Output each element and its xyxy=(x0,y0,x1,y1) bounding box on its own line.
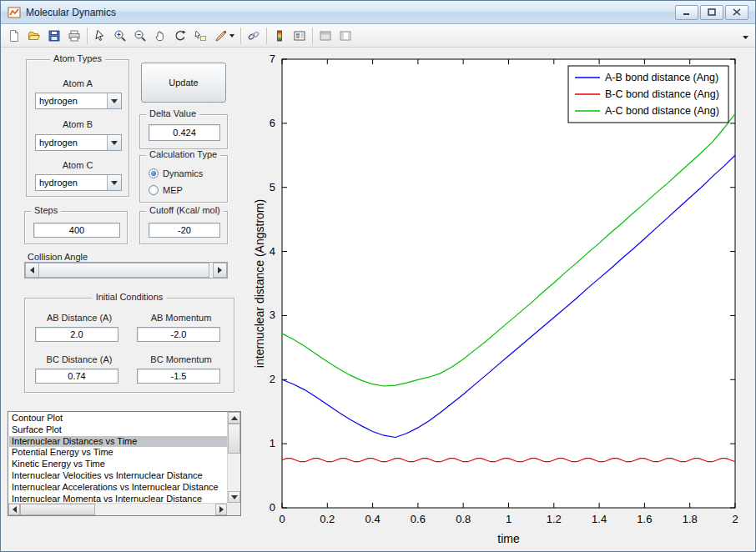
atom-c-dropdown[interactable]: hydrogen xyxy=(35,174,122,191)
y-tick-label: 7 xyxy=(270,53,275,65)
zoom-in-button[interactable] xyxy=(110,26,130,46)
toolbar-separator xyxy=(266,28,267,44)
atom-b-label: Atom B xyxy=(27,119,129,129)
insert-legend-icon xyxy=(293,29,306,43)
radio-dynamics-label: Dynamics xyxy=(163,168,203,178)
close-button[interactable] xyxy=(725,5,748,20)
link-plot-button[interactable] xyxy=(244,26,264,46)
pan-button[interactable] xyxy=(150,26,170,46)
scroll-up-button[interactable] xyxy=(228,412,240,424)
bc-momentum-label: BC Momentum xyxy=(132,354,230,364)
list-item[interactable]: Contour Plot xyxy=(9,413,227,424)
list-item[interactable]: Internuclear Accelerations vs Internucle… xyxy=(9,482,227,494)
vertical-scroll-thumb[interactable] xyxy=(228,424,240,454)
insert-colorbar-button[interactable] xyxy=(270,26,290,46)
x-tick-label: 2 xyxy=(732,513,738,525)
update-button[interactable]: Update xyxy=(141,63,226,103)
save-figure-button[interactable] xyxy=(44,26,64,46)
brush-button[interactable] xyxy=(210,26,238,46)
plot-canvas: 00.20.40.60.811.21.41.61.8201234567timei… xyxy=(243,48,756,552)
list-item[interactable]: Surface Plot xyxy=(9,424,227,436)
atom-c-dropdown-button[interactable] xyxy=(107,175,121,190)
list-item[interactable]: Internuclear Distances vs Time xyxy=(9,436,227,448)
y-tick-label: 2 xyxy=(270,373,275,385)
list-item[interactable]: Potential Energy vs Time xyxy=(9,447,227,459)
y-tick-label: 5 xyxy=(270,181,275,193)
minimize-button[interactable] xyxy=(675,5,698,20)
plot-type-listbox: Contour PlotSurface PlotInternuclear Dis… xyxy=(8,411,241,516)
slider-right-button[interactable] xyxy=(213,263,227,278)
listbox-horizontal-scrollbar[interactable] xyxy=(8,503,227,515)
ab-momentum-label: AB Momentum xyxy=(132,313,230,323)
brush-dropdown-icon[interactable] xyxy=(229,34,234,38)
atom-b-dropdown[interactable]: hydrogen xyxy=(35,134,122,151)
ab-momentum-input[interactable] xyxy=(137,327,220,342)
legend-entry-label: A-B bond distance (Ang) xyxy=(605,72,718,83)
atom-c-label: Atom C xyxy=(27,160,129,170)
scroll-right-button[interactable] xyxy=(215,504,227,515)
window-title: Molecular Dynamics xyxy=(26,7,673,18)
x-axis-label: time xyxy=(497,532,520,545)
new-figure-button[interactable] xyxy=(4,26,24,46)
x-tick-label: 0.2 xyxy=(320,513,335,525)
atom-b-dropdown-button[interactable] xyxy=(107,135,121,150)
maximize-button[interactable] xyxy=(700,5,723,20)
print-figure-button[interactable] xyxy=(64,26,84,46)
new-figure-icon xyxy=(8,29,21,43)
delta-value-title: Delta Value xyxy=(146,108,199,118)
ab-distance-input[interactable] xyxy=(35,327,118,342)
listbox-vertical-scrollbar[interactable] xyxy=(227,412,240,503)
initial-conditions-title: Initial Conditions xyxy=(93,292,167,302)
x-tick-label: 0.6 xyxy=(411,513,426,525)
cutoff-input[interactable] xyxy=(149,223,220,238)
steps-input[interactable] xyxy=(33,223,120,238)
insert-legend-button[interactable] xyxy=(290,26,310,46)
zoom-in-icon xyxy=(113,29,127,43)
ab-distance-label: AB Distance (A) xyxy=(30,313,129,323)
radio-dynamics[interactable]: Dynamics xyxy=(149,168,203,178)
atom-a-value: hydrogen xyxy=(36,93,107,108)
list-item[interactable]: Kinetic Energy vs Time xyxy=(9,459,227,470)
atom-types-panel: Atom Types Atom A hydrogen Atom B hydrog… xyxy=(26,59,129,197)
chevron-down-icon xyxy=(111,141,118,145)
toolbar-overflow-icon[interactable] xyxy=(742,29,749,44)
bc-distance-input[interactable] xyxy=(35,369,118,384)
slider-left-button[interactable] xyxy=(25,263,39,278)
bc-momentum-input[interactable] xyxy=(137,369,220,384)
data-cursor-button[interactable] xyxy=(190,26,210,46)
rotate-3d-button[interactable] xyxy=(170,26,190,46)
scroll-left-button[interactable] xyxy=(8,504,20,515)
hide-plot-tools-button[interactable] xyxy=(315,26,335,46)
open-file-button[interactable] xyxy=(24,26,44,46)
atom-a-label: Atom A xyxy=(27,78,129,88)
atom-a-dropdown[interactable]: hydrogen xyxy=(35,93,122,109)
show-plot-tools-icon xyxy=(339,29,352,43)
delta-value-input[interactable] xyxy=(149,124,220,141)
scroll-down-button[interactable] xyxy=(228,491,240,503)
collision-angle-slider[interactable] xyxy=(24,262,228,279)
x-tick-label: 1.4 xyxy=(592,513,607,525)
slider-thumb[interactable] xyxy=(38,263,209,278)
cutoff-title: Cutoff (Kcal/ mol) xyxy=(146,205,224,215)
list-item[interactable]: Internuclear Momenta vs Internuclear Dis… xyxy=(9,494,227,502)
zoom-out-button[interactable] xyxy=(130,26,150,46)
x-tick-label: 0.8 xyxy=(456,513,471,525)
show-plot-tools-button[interactable] xyxy=(335,26,355,46)
edit-plot-button[interactable] xyxy=(90,26,110,46)
delta-value-panel: Delta Value xyxy=(139,114,228,149)
radio-mep[interactable]: MEP xyxy=(149,185,183,195)
hide-plot-tools-icon xyxy=(319,29,332,43)
arrow-up-icon xyxy=(231,416,238,420)
plot-type-list-items: Contour PlotSurface PlotInternuclear Dis… xyxy=(9,413,227,502)
plot-area[interactable] xyxy=(282,59,735,508)
x-tick-label: 1.6 xyxy=(637,513,652,525)
horizontal-scroll-thumb[interactable] xyxy=(20,504,95,515)
minimize-icon xyxy=(683,8,691,16)
atom-types-title: Atom Types xyxy=(50,53,105,63)
save-figure-icon xyxy=(48,29,61,43)
atom-a-dropdown-button[interactable] xyxy=(107,93,121,108)
arrow-left-icon xyxy=(13,506,17,513)
insert-colorbar-icon xyxy=(273,29,286,43)
legend-entry-label: B-C bond distance (Ang) xyxy=(605,88,719,100)
list-item[interactable]: Internuclear Velocities vs Internuclear … xyxy=(9,470,227,482)
